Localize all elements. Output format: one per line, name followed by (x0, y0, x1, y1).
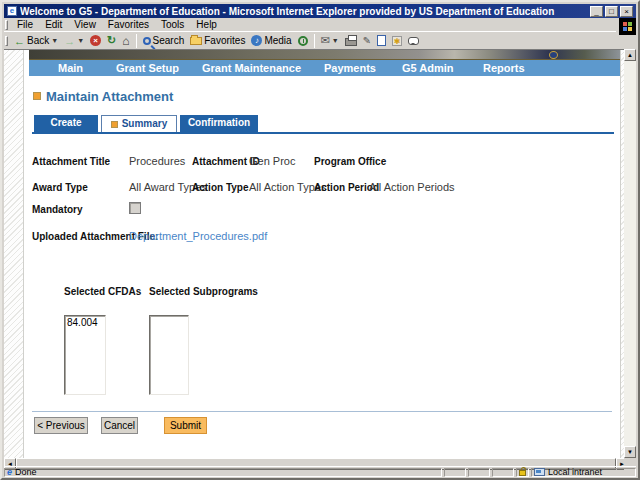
tab-confirmation[interactable]: Confirmation (180, 115, 258, 132)
menu-view[interactable]: View (68, 19, 102, 30)
cancel-button[interactable]: Cancel (101, 417, 138, 434)
menu-bar: File Edit View Favorites Tools Help (4, 18, 636, 31)
tab-create[interactable]: Create (34, 115, 98, 132)
cfda-listbox[interactable]: 84.004 (64, 315, 106, 395)
forward-button[interactable]: → ▼ (61, 34, 87, 48)
favorites-icon (190, 37, 202, 45)
print-icon (345, 38, 357, 46)
home-button[interactable]: ⌂ (119, 33, 132, 49)
forward-icon: → (64, 35, 75, 47)
stop-button[interactable]: × (87, 34, 104, 47)
page-title: Maintain Attachment (46, 89, 173, 104)
discuss-icon (408, 37, 419, 45)
search-label: Search (153, 35, 185, 46)
zone-pane: Local intranet (531, 468, 636, 477)
toolbar-separator (136, 34, 137, 48)
search-icon (143, 37, 151, 45)
button-divider (32, 411, 612, 412)
print-button[interactable] (342, 34, 360, 47)
tab-summary-label: Summary (122, 116, 168, 132)
nav-g5-admin[interactable]: G5 Admin (402, 62, 454, 74)
media-button[interactable]: ♪ Media (248, 34, 294, 47)
page-margin-left (4, 50, 24, 458)
browser-window: e Welcome to G5 - Department of Educatio… (0, 0, 640, 480)
mandatory-checkbox[interactable] (129, 202, 141, 214)
value-attachment-id: Gen Proc (249, 155, 295, 167)
mail-icon: ✉ (321, 34, 330, 47)
nav-grant-setup[interactable]: Grant Setup (116, 62, 179, 74)
previous-button[interactable]: < Previous (34, 417, 88, 434)
favorites-button[interactable]: Favorites (187, 34, 248, 47)
submit-button[interactable]: Submit (164, 417, 207, 434)
label-mandatory: Mandatory (32, 204, 83, 215)
edit-icon: ✎ (363, 35, 371, 46)
scroll-up-button[interactable]: ▲ (624, 49, 636, 61)
status-pane-empty (468, 468, 490, 477)
media-label: Media (264, 35, 291, 46)
page-button[interactable] (374, 34, 389, 47)
menu-grip[interactable] (5, 20, 8, 30)
minimize-button[interactable]: _ (590, 6, 603, 17)
ie-page-icon: e (7, 6, 17, 16)
home-icon: ⌂ (122, 34, 129, 48)
toolbar-grip[interactable] (5, 36, 8, 46)
zone-text: Local intranet (548, 467, 602, 477)
agency-seal-icon (549, 51, 558, 59)
search-button[interactable]: Search (140, 34, 188, 47)
back-icon: ← (14, 35, 25, 47)
mail-button[interactable]: ✉ ▼ (318, 33, 342, 48)
nav-grant-maintenance[interactable]: Grant Maintenance (202, 62, 301, 74)
status-text: Done (15, 467, 37, 477)
vertical-scrollbar[interactable]: ▲ ▼ (624, 49, 636, 458)
nav-payments[interactable]: Payments (324, 62, 376, 74)
nav-main[interactable]: Main (58, 62, 83, 74)
uploaded-file-link[interactable]: Department_Procedures.pdf (129, 230, 267, 242)
tab-summary[interactable]: Summary (101, 115, 177, 132)
intranet-icon (534, 468, 545, 476)
page-icon (377, 35, 386, 46)
chevron-down-icon[interactable]: ▼ (51, 37, 58, 44)
stop-icon: × (90, 35, 101, 46)
favorites-label: Favorites (204, 35, 245, 46)
windows-logo (619, 18, 636, 35)
media-icon: ♪ (251, 35, 262, 46)
toolbar-separator (314, 34, 315, 48)
edit-button[interactable]: ✎ (360, 34, 374, 47)
menu-edit[interactable]: Edit (39, 19, 68, 30)
restore-button[interactable]: □ (605, 6, 618, 17)
chevron-down-icon[interactable]: ▼ (332, 37, 339, 44)
close-button[interactable]: × (620, 6, 633, 17)
status-pane-empty (444, 468, 466, 477)
subprograms-listbox[interactable] (149, 315, 189, 395)
status-pane-empty (492, 468, 514, 477)
menu-tools[interactable]: Tools (155, 19, 190, 30)
label-attachment-title: Attachment Title (32, 156, 110, 167)
ie-status-icon: e (7, 468, 12, 476)
cfda-option[interactable]: 84.004 (65, 316, 105, 329)
messenger-button[interactable]: ✱ (389, 35, 405, 47)
history-button[interactable] (295, 35, 311, 47)
tab-underline (32, 132, 614, 134)
chevron-down-icon[interactable]: ▼ (77, 37, 84, 44)
refresh-icon: ↻ (107, 34, 116, 47)
menu-file[interactable]: File (11, 19, 39, 30)
label-selected-subprograms: Selected Subprograms (149, 286, 258, 297)
label-action-type: Action Type (192, 182, 248, 193)
nav-reports[interactable]: Reports (483, 62, 525, 74)
menu-help[interactable]: Help (190, 19, 223, 30)
lock-icon (519, 470, 526, 476)
label-award-type: Award Type (32, 182, 88, 193)
main-nav-bar: Main Grant Setup Grant Maintenance Payme… (29, 60, 620, 76)
discuss-button[interactable] (405, 36, 422, 46)
refresh-button[interactable]: ↻ (104, 33, 119, 48)
label-selected-cfdas: Selected CFDAs (64, 286, 141, 297)
scroll-down-button[interactable]: ▼ (624, 446, 636, 458)
status-pane: e Done (4, 468, 442, 477)
back-button[interactable]: ← Back ▼ (11, 34, 61, 48)
title-bar: e Welcome to G5 - Department of Educatio… (4, 4, 636, 18)
messenger-icon: ✱ (392, 36, 402, 46)
back-label: Back (27, 35, 49, 46)
menu-favorites[interactable]: Favorites (102, 19, 155, 30)
header-banner-image (29, 50, 620, 60)
toolbar: ← Back ▼ → ▼ × ↻ ⌂ Search Favorites ♪ Me… (4, 31, 616, 49)
